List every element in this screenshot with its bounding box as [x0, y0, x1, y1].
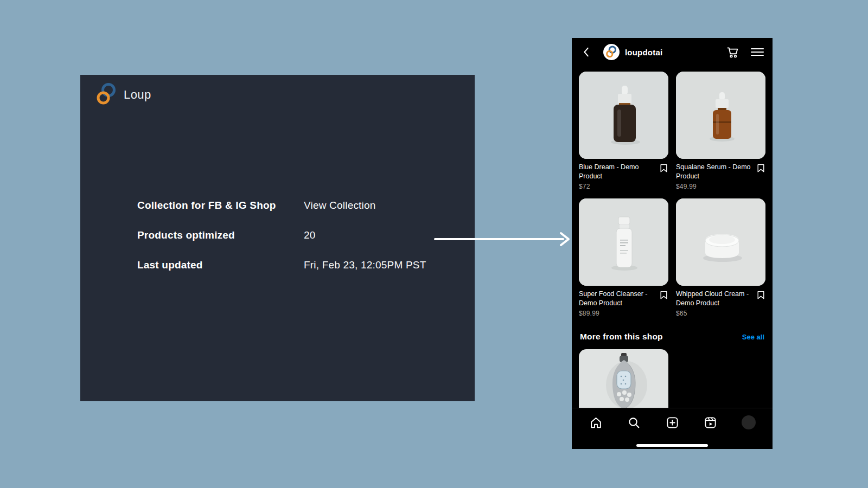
product-title[interactable]: Blue Dream - Demo Product — [579, 163, 659, 181]
product-price: $49.99 — [676, 183, 765, 190]
back-button[interactable] — [579, 45, 593, 59]
loup-logo-icon — [97, 81, 117, 108]
product-card-whipped-cloud-cream: Whipped Cloud Cream - Demo Product $65 — [676, 198, 765, 317]
stat-label: Products optimized — [137, 229, 304, 241]
bookmark-icon[interactable] — [659, 290, 668, 300]
view-collection-link[interactable]: View Collection — [304, 200, 376, 211]
product-title[interactable]: Whipped Cloud Cream - Demo Product — [676, 290, 756, 307]
menu-button[interactable] — [750, 44, 765, 60]
product-price: $65 — [676, 310, 765, 317]
section-title: More from this shop — [580, 332, 663, 342]
product-caption: Super Food Cleanser - Demo Product — [579, 290, 668, 307]
dark-dropper-bottle-illustration — [579, 72, 668, 159]
stat-label: Last updated — [137, 259, 304, 271]
product-caption: Whipped Cloud Cream - Demo Product — [676, 290, 765, 307]
loup-summary-card: Loup Collection for FB & IG Shop View Co… — [80, 75, 475, 401]
amber-dropper-bottle-illustration — [676, 72, 765, 159]
product-card-blue-dream: Blue Dream - Demo Product $72 — [579, 72, 668, 190]
bookmark-icon[interactable] — [756, 290, 765, 300]
white-jar-illustration — [676, 198, 765, 286]
product-price: $89.99 — [579, 310, 668, 317]
create-post-tab[interactable] — [665, 415, 679, 429]
stat-row-products: Products optimized 20 — [137, 229, 426, 241]
stat-row-collection: Collection for FB & IG Shop View Collect… — [137, 200, 426, 211]
reels-tab[interactable] — [704, 415, 718, 429]
brand-name: Loup — [124, 88, 151, 102]
bookmark-icon[interactable] — [756, 163, 765, 173]
stat-label: Collection for FB & IG Shop — [137, 200, 304, 211]
product-caption: Squalane Serum - Demo Product — [676, 163, 765, 181]
clear-bottle-illustration — [579, 198, 668, 286]
more-product-image-skincare-device[interactable] — [579, 349, 668, 408]
chevron-left-icon — [580, 46, 592, 58]
product-image-clear-bottle[interactable] — [579, 198, 668, 286]
home-indicator-bar — [636, 444, 708, 447]
search-icon — [627, 416, 641, 429]
product-image-dark-dropper-bottle[interactable] — [579, 72, 668, 159]
reels-icon — [704, 416, 717, 429]
search-tab[interactable] — [627, 415, 641, 429]
instagram-shop-phone: loupdotai — [572, 38, 773, 449]
product-image-white-jar[interactable] — [676, 198, 765, 286]
profile-avatar — [742, 415, 756, 429]
skincare-device-illustration — [579, 349, 668, 408]
instagram-tab-bar — [572, 408, 773, 449]
product-price: $72 — [579, 183, 668, 190]
more-from-shop-header: More from this shop See all — [580, 332, 764, 342]
product-title[interactable]: Squalane Serum - Demo Product — [676, 163, 756, 181]
shop-username[interactable]: loupdotai — [625, 48, 662, 57]
stat-row-updated: Last updated Fri, Feb 23, 12:05PM PST — [137, 259, 426, 271]
stats-list: Collection for FB & IG Shop View Collect… — [137, 200, 426, 289]
cart-button[interactable] — [725, 44, 740, 60]
brand-row: Loup — [97, 81, 151, 108]
shopping-cart-icon — [726, 46, 739, 59]
bookmark-icon[interactable] — [659, 163, 668, 173]
arrow-connector-icon — [432, 230, 574, 248]
product-card-super-food-cleanser: Super Food Cleanser - Demo Product $89.9… — [579, 198, 668, 317]
plus-square-icon — [666, 416, 679, 429]
home-tab[interactable] — [589, 415, 603, 429]
product-title[interactable]: Super Food Cleanser - Demo Product — [579, 290, 659, 307]
loup-logo-icon — [605, 45, 617, 60]
product-caption: Blue Dream - Demo Product — [579, 163, 668, 181]
stat-value: Fri, Feb 23, 12:05PM PST — [304, 259, 426, 271]
product-image-amber-dropper-bottle[interactable] — [676, 72, 765, 159]
canvas: Loup Collection for FB & IG Shop View Co… — [0, 0, 868, 488]
shop-avatar[interactable] — [603, 44, 620, 60]
hamburger-icon — [750, 46, 764, 58]
home-icon — [589, 416, 603, 429]
see-all-link[interactable]: See all — [742, 333, 764, 341]
product-grid: Blue Dream - Demo Product $72 — [572, 66, 773, 317]
stat-value: 20 — [304, 229, 316, 241]
shop-header: loupdotai — [572, 38, 773, 66]
product-card-squalane-serum: Squalane Serum - Demo Product $49.99 — [676, 72, 765, 190]
profile-tab[interactable] — [742, 415, 756, 429]
